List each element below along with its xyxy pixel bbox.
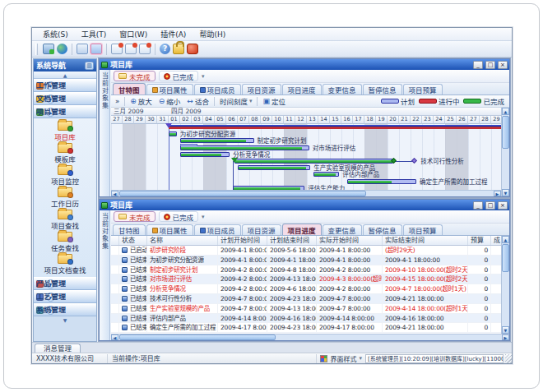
- gantt-chart[interactable]: 三月 2009四月 200927282930310102030405060708…: [111, 108, 501, 196]
- close-button[interactable]: ×: [498, 61, 508, 69]
- sidebar-item-项目库[interactable]: 项目库: [34, 120, 96, 142]
- sidebar-group-系统管理[interactable]: 系统管理▾: [34, 303, 96, 316]
- chevron-down-icon[interactable]: ▾: [202, 214, 205, 220]
- menu-item-0[interactable]: 系统(S): [37, 28, 74, 40]
- column-header-实际开始时间[interactable]: 实际开始时间: [317, 236, 383, 245]
- progress-titlebar[interactable]: 项目库_□×: [100, 200, 509, 210]
- filter-未完成[interactable]: 未完成: [114, 211, 155, 222]
- maximize-button[interactable]: □: [485, 61, 495, 69]
- gantt-bar-制定初步研究计划[interactable]: [180, 138, 254, 143]
- gantt-titlebar[interactable]: 项目库_□×: [100, 59, 509, 70]
- column-header-状态[interactable]: 状态: [119, 236, 147, 245]
- table-row[interactable]: 已结束分析竞争情况2009-4-2 8:00:002009-4-6 18:00:…: [111, 284, 501, 294]
- table-vscrollbar[interactable]: ▲▼: [501, 236, 509, 334]
- table-row[interactable]: 已结束为初步研究分配资源2009-4-1 8:00:002009-4-1 18:…: [111, 256, 501, 265]
- table-row[interactable]: 已结束确定生产所需的加工过程2009-4-17 8:00:002009-4-23…: [111, 323, 501, 333]
- tab-变更信息[interactable]: 变更信息: [323, 84, 362, 95]
- tab-项目属性[interactable]: 项目属性: [146, 84, 193, 95]
- tab-甘特图[interactable]: 甘特图: [113, 83, 146, 95]
- gantt-bar-确定生产所需的加工过程[interactable]: [347, 179, 416, 184]
- gantt-vscrollbar[interactable]: ▲▼: [501, 108, 509, 196]
- sidebar-item-项目文档查找[interactable]: 项目文档查找: [34, 253, 96, 275]
- table-row[interactable]: 已结束生产实验室规模的产品2009-4-7 8:00:002009-4-13 1…: [111, 304, 501, 314]
- table-row[interactable]: 已结束对市场进行评估2009-4-2 8:00:002009-4-13 18:0…: [111, 274, 501, 284]
- maximize-button[interactable]: □: [485, 201, 495, 210]
- column-header-计划结束时间[interactable]: 计划结束时间: [267, 236, 317, 245]
- scroll-thumb[interactable]: [502, 116, 509, 149]
- current-object-set-strip[interactable]: 当前对象集: [100, 70, 110, 196]
- gantt-bar-为初步研究分配资源[interactable]: [169, 131, 177, 136]
- column-header-名称[interactable]: 名称: [147, 236, 218, 245]
- gantt-bar-评估内部产品[interactable]: [313, 172, 339, 177]
- sidebar-item-工作日历[interactable]: 工作日历: [34, 187, 96, 209]
- gantt-bar-对市场进行评估[interactable]: [180, 145, 309, 150]
- table-row[interactable]: 已结束评估内部产品2009-4-14 8:00:002009-4-16 18:0…: [111, 314, 501, 324]
- resize-grip[interactable]: [505, 354, 512, 363]
- toolbar-overflow-button[interactable]: »: [114, 97, 121, 105]
- folder-closed-icon[interactable]: [77, 44, 88, 54]
- tab-项目资源[interactable]: 项目资源: [242, 84, 281, 95]
- tab-项目成员[interactable]: 项目成员: [194, 84, 241, 95]
- filter-已完成[interactable]: 已完成: [159, 71, 199, 81]
- sidebar-scroll-down-icon[interactable]: ▼: [34, 316, 96, 324]
- tab-项目预算[interactable]: 项目预算: [403, 224, 443, 235]
- sidebar-item-模板库[interactable]: 模板库: [34, 142, 96, 164]
- gantt-hscrollbar[interactable]: ◀▶: [111, 190, 501, 196]
- chevron-down-icon[interactable]: ▾: [202, 73, 205, 80]
- tab-暂停信息[interactable]: 暂停信息: [363, 224, 402, 235]
- tab-项目进度[interactable]: 项目进度: [282, 224, 322, 235]
- tab-项目属性[interactable]: 项目属性: [146, 224, 193, 235]
- exit-icon[interactable]: [187, 44, 198, 54]
- lock-icon[interactable]: [173, 44, 184, 54]
- time-scale-button[interactable]: 时间刻度▾: [218, 96, 254, 106]
- gantt-bar-分析竞争情况[interactable]: [180, 152, 230, 157]
- menu-item-3[interactable]: 插件(A): [155, 28, 192, 40]
- sidebar-group-项目管理[interactable]: 项目管理▴: [34, 105, 96, 118]
- tab-项目预算[interactable]: 项目预算: [403, 84, 443, 95]
- report-new-icon[interactable]: [111, 44, 123, 54]
- table-row[interactable]: 已启动初步研究阶段2009-4-1 8:00:002009-5-6 18:00:…: [111, 246, 501, 256]
- report-edit-icon[interactable]: [125, 44, 137, 54]
- menu-item-1[interactable]: 工具(T): [76, 28, 113, 40]
- sidebar-item-项目监控[interactable]: 项目监控: [34, 164, 96, 187]
- table-hscrollbar[interactable]: ◀▶: [111, 334, 509, 340]
- sidebar-item-任务查找[interactable]: 任务查找: [34, 231, 96, 253]
- menu-item-4[interactable]: 帮助(H): [193, 28, 231, 40]
- scroll-thumb[interactable]: [119, 191, 366, 196]
- table-row[interactable]: 已结束制定初步研究计划2009-4-2 8:00:002009-4-8 18:0…: [111, 265, 501, 275]
- tab-甘特图[interactable]: 甘特图: [113, 224, 146, 235]
- sidebar-group-文档管理[interactable]: 文档管理▾: [34, 92, 96, 105]
- globe-icon[interactable]: [57, 44, 67, 54]
- gantt-bar-生产实验室规模的产品[interactable]: [238, 165, 310, 170]
- minimize-button[interactable]: _: [473, 201, 483, 210]
- column-header-成[interactable]: 成: [491, 236, 501, 245]
- tab-变更信息[interactable]: 变更信息: [323, 224, 362, 235]
- gantt-bar-技术可行性分析[interactable]: [234, 159, 393, 164]
- minimize-button[interactable]: _: [473, 61, 483, 69]
- folder-open-icon[interactable]: [90, 44, 102, 54]
- tab-项目资源[interactable]: 项目资源: [242, 224, 281, 235]
- zoom-in-button[interactable]: ⊕放大: [128, 96, 154, 106]
- close-button[interactable]: ×: [498, 201, 508, 210]
- sidebar-group-工作管理[interactable]: 工作管理▾: [34, 79, 96, 92]
- menu-item-2[interactable]: 窗口(W): [114, 28, 153, 40]
- sidebar-item-项目查找[interactable]: 项目查找: [34, 209, 96, 231]
- tab-项目成员[interactable]: 项目成员: [194, 224, 241, 235]
- current-object-set-strip[interactable]: 当前对象集: [100, 210, 110, 340]
- scroll-thumb[interactable]: [119, 334, 276, 340]
- fit-button[interactable]: ↔适合: [185, 96, 211, 106]
- scroll-thumb[interactable]: [502, 244, 509, 272]
- locate-button[interactable]: ▣定位: [261, 96, 287, 106]
- sidebar-options-icon[interactable]: ▥: [85, 62, 94, 70]
- filter-已完成[interactable]: 已完成: [159, 211, 199, 222]
- tab-项目进度[interactable]: 项目进度: [282, 84, 322, 95]
- column-header-预算[interactable]: 预算: [468, 236, 491, 245]
- sidebar-group-产品管理[interactable]: 产品管理▾: [34, 277, 96, 290]
- column-header-实际结束时间[interactable]: 实际结束时间: [383, 236, 468, 245]
- column-header-计划开始时间[interactable]: 计划开始时间: [218, 236, 267, 245]
- help-icon[interactable]: ?: [160, 44, 170, 54]
- ui-style-button[interactable]: 界面样式 ▾: [317, 354, 365, 363]
- table-row[interactable]: 已结束技术可行性分析2009-4-7 8:00:002009-4-23 18:0…: [111, 294, 501, 304]
- tab-暂停信息[interactable]: 暂停信息: [363, 84, 402, 95]
- zoom-out-button[interactable]: ⊖缩小: [157, 96, 183, 106]
